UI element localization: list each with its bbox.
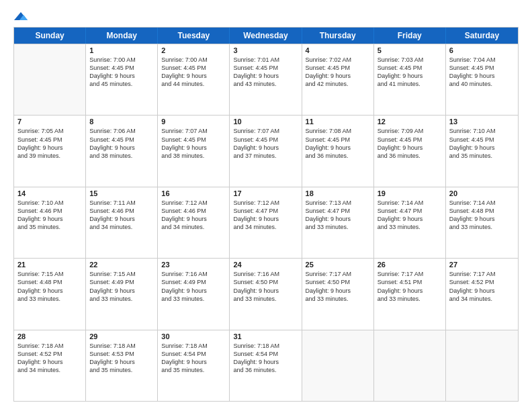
cell-info-line: and 36 minutes. <box>306 152 370 160</box>
calendar-cell <box>374 330 446 401</box>
calendar-cell: 2Sunrise: 7:00 AMSunset: 4:45 PMDaylight… <box>158 44 230 115</box>
cell-info-line: Sunset: 4:51 PM <box>378 278 442 286</box>
day-number: 13 <box>449 118 515 126</box>
cell-info-line: Daylight: 9 hours <box>161 287 226 295</box>
cell-info-line: Daylight: 9 hours <box>161 358 226 366</box>
calendar-cell: 14Sunrise: 7:10 AMSunset: 4:46 PMDayligh… <box>14 187 86 258</box>
calendar-cell <box>446 330 518 401</box>
cell-info-line: Daylight: 9 hours <box>17 144 82 152</box>
calendar-header: SundayMondayTuesdayWednesdayThursdayFrid… <box>14 28 518 44</box>
calendar-header-saturday: Saturday <box>446 28 518 44</box>
calendar-cell <box>14 44 86 115</box>
cell-info-line: and 34 minutes. <box>161 223 226 231</box>
day-number: 17 <box>233 189 298 197</box>
calendar-cell: 22Sunrise: 7:15 AMSunset: 4:49 PMDayligh… <box>86 259 158 329</box>
calendar-cell: 1Sunrise: 7:00 AMSunset: 4:45 PMDaylight… <box>86 44 158 115</box>
cell-info-line: Sunrise: 7:14 AM <box>378 199 442 207</box>
cell-info-line: and 38 minutes. <box>161 152 226 160</box>
day-number: 14 <box>17 189 82 197</box>
cell-info-line: and 38 minutes. <box>89 152 154 160</box>
cell-info-line: and 35 minutes. <box>161 366 226 374</box>
day-number: 3 <box>233 46 298 54</box>
cell-info-line: Daylight: 9 hours <box>233 72 298 80</box>
cell-info-line: Sunset: 4:45 PM <box>17 136 82 144</box>
cell-info-line: Sunset: 4:45 PM <box>306 136 370 144</box>
cell-info-line: Sunset: 4:49 PM <box>89 278 154 286</box>
calendar-header-wednesday: Wednesday <box>230 28 302 44</box>
cell-info-line: Daylight: 9 hours <box>306 215 370 223</box>
day-number: 21 <box>17 261 82 269</box>
cell-info-line: Sunset: 4:50 PM <box>233 278 298 286</box>
calendar-cell: 6Sunrise: 7:04 AMSunset: 4:45 PMDaylight… <box>446 44 518 115</box>
cell-info-line: Sunrise: 7:16 AM <box>161 270 226 278</box>
calendar-cell: 19Sunrise: 7:14 AMSunset: 4:47 PMDayligh… <box>374 187 446 258</box>
calendar-cell: 4Sunrise: 7:02 AMSunset: 4:45 PMDaylight… <box>302 44 374 115</box>
day-number: 15 <box>89 189 154 197</box>
cell-info-line: Sunrise: 7:02 AM <box>306 56 370 64</box>
cell-info-line: Sunrise: 7:18 AM <box>161 342 226 350</box>
day-number: 12 <box>378 118 442 126</box>
day-number: 16 <box>161 189 226 197</box>
cell-info-line: Daylight: 9 hours <box>233 144 298 152</box>
calendar-row-0: 1Sunrise: 7:00 AMSunset: 4:45 PMDaylight… <box>14 44 518 115</box>
cell-info-line: Sunrise: 7:18 AM <box>17 342 82 350</box>
cell-info-line: and 44 minutes. <box>161 80 226 88</box>
calendar-cell: 27Sunrise: 7:17 AMSunset: 4:52 PMDayligh… <box>446 259 518 329</box>
cell-info-line: Sunset: 4:45 PM <box>306 64 370 72</box>
cell-info-line: and 45 minutes. <box>89 80 154 88</box>
calendar-cell: 29Sunrise: 7:18 AMSunset: 4:53 PMDayligh… <box>86 330 158 401</box>
cell-info-line: Sunset: 4:47 PM <box>233 207 298 215</box>
calendar-header-monday: Monday <box>86 28 158 44</box>
day-number: 30 <box>161 332 226 340</box>
cell-info-line: Daylight: 9 hours <box>449 144 515 152</box>
cell-info-line: Sunset: 4:45 PM <box>449 64 515 72</box>
cell-info-line: Sunset: 4:46 PM <box>89 207 154 215</box>
calendar-cell: 11Sunrise: 7:08 AMSunset: 4:45 PMDayligh… <box>302 116 374 186</box>
calendar-cell: 28Sunrise: 7:18 AMSunset: 4:52 PMDayligh… <box>14 330 86 401</box>
calendar-cell: 3Sunrise: 7:01 AMSunset: 4:45 PMDaylight… <box>230 44 302 115</box>
calendar-cell: 23Sunrise: 7:16 AMSunset: 4:49 PMDayligh… <box>158 259 230 329</box>
day-number: 7 <box>17 118 82 126</box>
cell-info-line: Daylight: 9 hours <box>378 215 442 223</box>
calendar-row-3: 21Sunrise: 7:15 AMSunset: 4:48 PMDayligh… <box>14 258 518 329</box>
cell-info-line: and 34 minutes. <box>17 366 82 374</box>
cell-info-line: Sunset: 4:45 PM <box>233 64 298 72</box>
calendar-cell: 8Sunrise: 7:06 AMSunset: 4:45 PMDaylight… <box>86 116 158 186</box>
cell-info-line: Sunset: 4:46 PM <box>161 207 226 215</box>
cell-info-line: and 34 minutes. <box>449 295 515 303</box>
cell-info-line: Sunset: 4:46 PM <box>17 207 82 215</box>
cell-info-line: and 43 minutes. <box>233 80 298 88</box>
day-number: 6 <box>449 46 515 54</box>
calendar-cell: 31Sunrise: 7:18 AMSunset: 4:54 PMDayligh… <box>230 330 302 401</box>
cell-info-line: and 33 minutes. <box>378 223 442 231</box>
cell-info-line: Sunset: 4:48 PM <box>449 207 515 215</box>
day-number: 31 <box>233 332 298 340</box>
cell-info-line: Sunrise: 7:07 AM <box>233 127 298 135</box>
cell-info-line: Sunset: 4:45 PM <box>161 64 226 72</box>
cell-info-line: Sunrise: 7:07 AM <box>161 127 226 135</box>
day-number: 4 <box>306 46 370 54</box>
calendar-row-2: 14Sunrise: 7:10 AMSunset: 4:46 PMDayligh… <box>14 187 518 258</box>
cell-info-line: Daylight: 9 hours <box>17 358 82 366</box>
cell-info-line: Daylight: 9 hours <box>449 215 515 223</box>
calendar-header-sunday: Sunday <box>14 28 86 44</box>
day-number: 24 <box>233 261 298 269</box>
cell-info-line: Sunrise: 7:00 AM <box>161 56 226 64</box>
header <box>13 12 519 20</box>
cell-info-line: Sunrise: 7:15 AM <box>89 270 154 278</box>
cell-info-line: Sunset: 4:50 PM <box>306 278 370 286</box>
calendar-cell: 5Sunrise: 7:03 AMSunset: 4:45 PMDaylight… <box>374 44 446 115</box>
cell-info-line: and 36 minutes. <box>233 366 298 374</box>
calendar-cell: 15Sunrise: 7:11 AMSunset: 4:46 PMDayligh… <box>86 187 158 258</box>
cell-info-line: and 40 minutes. <box>449 80 515 88</box>
cell-info-line: Sunrise: 7:04 AM <box>449 56 515 64</box>
day-number: 9 <box>161 118 226 126</box>
cell-info-line: Sunset: 4:47 PM <box>306 207 370 215</box>
calendar-cell: 25Sunrise: 7:17 AMSunset: 4:50 PMDayligh… <box>302 259 374 329</box>
cell-info-line: and 33 minutes. <box>233 295 298 303</box>
cell-info-line: Daylight: 9 hours <box>161 215 226 223</box>
cell-info-line: Daylight: 9 hours <box>449 72 515 80</box>
day-number: 11 <box>306 118 370 126</box>
day-number: 5 <box>378 46 442 54</box>
cell-info-line: and 35 minutes. <box>17 223 82 231</box>
